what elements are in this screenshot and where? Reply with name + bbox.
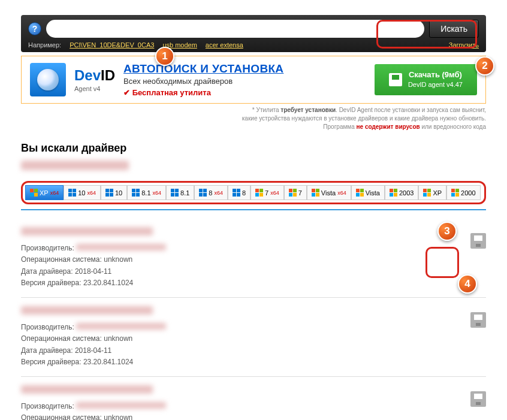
download-driver-icon[interactable] bbox=[470, 233, 486, 249]
promo-brand: DevID bbox=[74, 67, 115, 84]
x64-badge: x64 bbox=[270, 190, 279, 196]
promo-free-label: Бесплатная утилита bbox=[123, 88, 366, 97]
promo-logo-icon bbox=[30, 63, 66, 96]
annotation-marker-4: 4 bbox=[458, 274, 477, 294]
download-driver-icon[interactable] bbox=[470, 312, 486, 328]
os-tab-Vista-x64[interactable]: Vistax64 bbox=[307, 185, 351, 200]
windows-icon bbox=[105, 189, 113, 197]
help-icon[interactable]: ? bbox=[28, 22, 41, 35]
windows-icon bbox=[451, 189, 459, 197]
result-version: 23.20.841.1024 bbox=[83, 279, 133, 287]
promo-banner: DevID Agent v4 АВТОПОИСК И УСТАНОВКА Все… bbox=[21, 56, 486, 104]
result-version: 23.20.841.1024 bbox=[83, 358, 133, 366]
manufacturer-blurred bbox=[76, 323, 166, 330]
example-label: Например: bbox=[28, 41, 61, 49]
result-row: Производитель: Операционная система: unk… bbox=[21, 298, 486, 377]
result-row: Производитель: Операционная система: unk… bbox=[21, 219, 486, 298]
os-tab-label: 8 bbox=[209, 189, 212, 197]
os-tab-label: 7 bbox=[265, 189, 268, 197]
download-button[interactable]: Скачать (9мб)DevID agent v4.47 bbox=[375, 64, 477, 95]
search-query-blurred bbox=[21, 161, 129, 170]
os-tab-2003[interactable]: 2003 bbox=[385, 185, 418, 200]
windows-icon bbox=[68, 189, 76, 197]
os-tab-label: XP bbox=[40, 189, 49, 197]
manufacturer-blurred bbox=[76, 244, 166, 250]
result-date: 2018-04-11 bbox=[75, 267, 111, 276]
os-tab-7[interactable]: 7 bbox=[284, 185, 307, 200]
windows-icon bbox=[390, 189, 397, 197]
os-tab-label: 2003 bbox=[399, 189, 414, 197]
section-title: Вы искали драйвер bbox=[21, 142, 486, 155]
windows-icon bbox=[171, 189, 179, 197]
windows-icon bbox=[255, 189, 263, 197]
windows-icon bbox=[312, 189, 319, 197]
x64-badge: x64 bbox=[87, 190, 96, 196]
search-input[interactable] bbox=[46, 20, 424, 38]
os-tab-label: Vista bbox=[321, 189, 336, 197]
os-tab-2000[interactable]: 2000 bbox=[446, 185, 480, 200]
os-tab-label: 7 bbox=[298, 189, 302, 197]
result-os: unknown bbox=[104, 255, 132, 264]
result-os: unknown bbox=[104, 413, 132, 420]
result-row: Производитель: Операционная система: unk… bbox=[21, 377, 486, 420]
promo-description: Всех необходимых драйверов bbox=[123, 77, 366, 86]
download-driver-icon[interactable] bbox=[470, 391, 486, 407]
windows-icon bbox=[30, 189, 38, 197]
os-tab-7-x64[interactable]: 7x64 bbox=[251, 185, 284, 200]
divider bbox=[21, 209, 486, 210]
disclaimer-text: * Утилита требует установки. DevID Agent… bbox=[21, 106, 486, 131]
os-tab-XP-x64[interactable]: XPx64 bbox=[25, 185, 64, 200]
result-title-blurred bbox=[21, 227, 153, 235]
os-tab-label: 10 bbox=[115, 189, 122, 197]
os-tab-label: XP bbox=[433, 189, 442, 197]
example-link-3[interactable]: acer extensa bbox=[206, 41, 243, 49]
os-tab-label: 10 bbox=[78, 189, 85, 197]
manufacturer-blurred bbox=[76, 402, 166, 409]
os-tab-label: Vista bbox=[366, 189, 380, 197]
os-tab-10-x64[interactable]: 10x64 bbox=[64, 185, 101, 200]
result-os: unknown bbox=[104, 334, 132, 343]
os-tab-XP[interactable]: XP bbox=[418, 185, 446, 200]
windows-icon bbox=[356, 189, 364, 197]
x64-badge: x64 bbox=[50, 190, 59, 196]
os-tab-8[interactable]: 8 bbox=[228, 185, 251, 200]
x64-badge: x64 bbox=[214, 190, 223, 196]
windows-icon bbox=[132, 189, 140, 197]
os-tab-8-x64[interactable]: 8x64 bbox=[194, 185, 228, 200]
search-button[interactable]: Искать bbox=[429, 20, 479, 38]
save-icon bbox=[389, 73, 402, 86]
results-list: Производитель: Операционная система: unk… bbox=[21, 219, 486, 420]
windows-icon bbox=[423, 189, 431, 197]
os-tab-label: 2000 bbox=[461, 189, 475, 197]
windows-icon bbox=[199, 189, 207, 197]
annotation-marker-3: 3 bbox=[437, 222, 457, 241]
windows-icon bbox=[289, 189, 297, 197]
result-title-blurred bbox=[21, 306, 153, 315]
result-title-blurred bbox=[21, 385, 153, 394]
annotation-marker-1: 1 bbox=[155, 47, 174, 66]
os-tab-label: 8.1 bbox=[141, 189, 150, 197]
result-date: 2018-04-11 bbox=[75, 346, 111, 355]
os-tab-label: 8.1 bbox=[180, 189, 189, 197]
x64-badge: x64 bbox=[337, 190, 346, 196]
x64-badge: x64 bbox=[153, 190, 162, 196]
os-tabs-row: XPx6410x64108.1x648.18x6487x647Vistax64V… bbox=[21, 181, 486, 204]
annotation-marker-2: 2 bbox=[475, 56, 494, 75]
os-tab-Vista[interactable]: Vista bbox=[351, 185, 385, 200]
example-link-1[interactable]: PCI\VEN_10DE&DEV_0CA3 bbox=[70, 41, 154, 49]
promo-agent-version: Agent v4 bbox=[74, 85, 115, 92]
upload-link[interactable]: Загрузить bbox=[449, 41, 479, 49]
os-tab-label: 8 bbox=[242, 189, 246, 197]
os-tab-10[interactable]: 10 bbox=[101, 185, 127, 200]
os-tab-8.1-x64[interactable]: 8.1x64 bbox=[127, 185, 166, 200]
windows-icon bbox=[233, 189, 240, 197]
top-search-bar: ? Искать Например: PCI\VEN_10DE&DEV_0CA3… bbox=[21, 15, 486, 52]
os-tab-8.1[interactable]: 8.1 bbox=[166, 185, 194, 200]
